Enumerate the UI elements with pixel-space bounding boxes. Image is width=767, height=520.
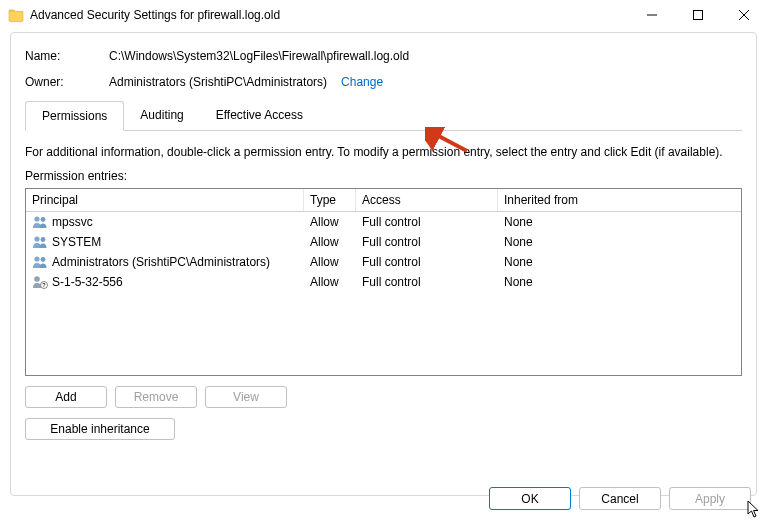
column-inherited[interactable]: Inherited from: [498, 189, 741, 211]
principal-text: S-1-5-32-556: [52, 275, 123, 289]
type-cell: Allow: [304, 233, 356, 251]
minimize-button[interactable]: [629, 0, 675, 30]
info-text: For additional information, double-click…: [25, 145, 742, 159]
access-cell: Full control: [356, 253, 498, 271]
add-button[interactable]: Add: [25, 386, 107, 408]
svg-rect-1: [694, 11, 703, 20]
main-panel: Name: C:\Windows\System32\LogFiles\Firew…: [10, 32, 757, 496]
tab-auditing[interactable]: Auditing: [124, 101, 199, 130]
entries-label: Permission entries:: [25, 169, 742, 183]
inherited-cell: None: [498, 213, 741, 231]
apply-button[interactable]: Apply: [669, 487, 751, 510]
column-access[interactable]: Access: [356, 189, 498, 211]
change-owner-link[interactable]: Change: [341, 75, 383, 89]
principal-icon: [32, 255, 48, 269]
folder-icon: [8, 8, 24, 22]
view-button[interactable]: View: [205, 386, 287, 408]
tab-permissions[interactable]: Permissions: [25, 101, 124, 131]
principal-text: SYSTEM: [52, 235, 101, 249]
close-button[interactable]: [721, 0, 767, 30]
principal-text: mpssvc: [52, 215, 93, 229]
ok-button[interactable]: OK: [489, 487, 571, 510]
svg-point-7: [41, 237, 46, 242]
remove-button[interactable]: Remove: [115, 386, 197, 408]
column-principal[interactable]: Principal: [26, 189, 304, 211]
inherited-cell: None: [498, 233, 741, 251]
table-row[interactable]: mpssvcAllowFull controlNone: [26, 212, 741, 232]
permissions-table: Principal Type Access Inherited from mps…: [25, 188, 742, 376]
principal-icon: [32, 235, 48, 249]
table-row[interactable]: Administrators (SrishtiPC\Administrators…: [26, 252, 741, 272]
table-header: Principal Type Access Inherited from: [26, 189, 741, 212]
access-cell: Full control: [356, 213, 498, 231]
type-cell: Allow: [304, 213, 356, 231]
principal-text: Administrators (SrishtiPC\Administrators…: [52, 255, 270, 269]
owner-value: Administrators (SrishtiPC\Administrators…: [109, 75, 327, 89]
type-cell: Allow: [304, 273, 356, 291]
svg-point-5: [41, 217, 46, 222]
svg-point-8: [34, 256, 39, 261]
enable-inheritance-button[interactable]: Enable inheritance: [25, 418, 175, 440]
svg-point-4: [34, 216, 39, 221]
access-cell: Full control: [356, 233, 498, 251]
window-title: Advanced Security Settings for pfirewall…: [30, 8, 629, 22]
mouse-cursor-icon: [747, 500, 761, 518]
svg-point-9: [41, 257, 46, 262]
principal-icon: [32, 215, 48, 229]
svg-point-6: [34, 236, 39, 241]
access-cell: Full control: [356, 273, 498, 291]
name-value: C:\Windows\System32\LogFiles\Firewall\pf…: [109, 49, 409, 63]
window-titlebar: Advanced Security Settings for pfirewall…: [0, 0, 767, 30]
dialog-footer: OK Cancel Apply: [489, 487, 751, 510]
svg-point-10: [34, 276, 40, 282]
principal-icon: ?: [32, 275, 48, 289]
tab-effective-access[interactable]: Effective Access: [200, 101, 319, 130]
cancel-button[interactable]: Cancel: [579, 487, 661, 510]
column-type[interactable]: Type: [304, 189, 356, 211]
inherited-cell: None: [498, 273, 741, 291]
tabs: Permissions Auditing Effective Access: [25, 101, 742, 131]
name-label: Name:: [25, 49, 109, 63]
table-row[interactable]: ?S-1-5-32-556AllowFull controlNone: [26, 272, 741, 292]
table-row[interactable]: SYSTEMAllowFull controlNone: [26, 232, 741, 252]
type-cell: Allow: [304, 253, 356, 271]
inherited-cell: None: [498, 253, 741, 271]
maximize-button[interactable]: [675, 0, 721, 30]
owner-label: Owner:: [25, 75, 109, 89]
